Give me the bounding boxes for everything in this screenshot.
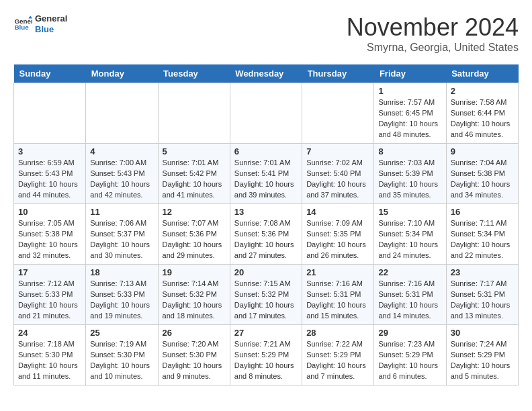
calendar-cell: 10Sunrise: 7:05 AM Sunset: 5:38 PM Dayli…: [14, 204, 86, 265]
calendar-cell: [86, 83, 158, 144]
day-info: Sunrise: 7:03 AM Sunset: 5:39 PM Dayligh…: [378, 158, 441, 201]
day-number: 18: [90, 267, 153, 277]
day-info: Sunrise: 7:12 AM Sunset: 5:33 PM Dayligh…: [18, 279, 81, 322]
calendar-week-5: 24Sunrise: 7:18 AM Sunset: 5:30 PM Dayli…: [14, 325, 519, 385]
calendar-cell: 27Sunrise: 7:21 AM Sunset: 5:29 PM Dayli…: [230, 325, 302, 385]
day-info: Sunrise: 7:02 AM Sunset: 5:40 PM Dayligh…: [306, 158, 369, 201]
day-number: 24: [18, 328, 81, 338]
day-number: 21: [306, 267, 369, 277]
weekday-header-row: SundayMondayTuesdayWednesdayThursdayFrid…: [14, 64, 519, 83]
calendar-cell: 13Sunrise: 7:08 AM Sunset: 5:36 PM Dayli…: [230, 204, 302, 265]
day-number: 14: [306, 207, 369, 217]
day-info: Sunrise: 7:19 AM Sunset: 5:30 PM Dayligh…: [90, 339, 153, 382]
svg-text:Blue: Blue: [14, 24, 29, 31]
calendar-cell: 9Sunrise: 7:04 AM Sunset: 5:38 PM Daylig…: [446, 144, 518, 204]
day-number: 17: [18, 267, 81, 277]
day-number: 3: [18, 146, 81, 156]
calendar-week-1: 1Sunrise: 7:57 AM Sunset: 6:45 PM Daylig…: [14, 83, 519, 144]
day-number: 8: [378, 146, 441, 156]
calendar-cell: [230, 83, 302, 144]
logo-text: General Blue: [35, 13, 67, 34]
day-number: 22: [378, 267, 441, 277]
day-info: Sunrise: 7:07 AM Sunset: 5:36 PM Dayligh…: [163, 218, 226, 261]
day-number: 19: [163, 267, 226, 277]
calendar-cell: 14Sunrise: 7:09 AM Sunset: 5:35 PM Dayli…: [302, 204, 374, 265]
day-number: 12: [163, 207, 226, 217]
day-number: 30: [451, 328, 514, 338]
day-info: Sunrise: 7:14 AM Sunset: 5:32 PM Dayligh…: [163, 279, 226, 322]
logo: General Blue General Blue: [13, 13, 67, 34]
day-info: Sunrise: 7:00 AM Sunset: 5:43 PM Dayligh…: [90, 158, 153, 201]
calendar-week-4: 17Sunrise: 7:12 AM Sunset: 5:33 PM Dayli…: [14, 265, 519, 325]
calendar-cell: 5Sunrise: 7:01 AM Sunset: 5:42 PM Daylig…: [158, 144, 230, 204]
calendar-cell: 7Sunrise: 7:02 AM Sunset: 5:40 PM Daylig…: [302, 144, 374, 204]
day-info: Sunrise: 7:04 AM Sunset: 5:38 PM Dayligh…: [451, 158, 514, 201]
day-number: 4: [90, 146, 153, 156]
calendar-cell: 22Sunrise: 7:16 AM Sunset: 5:31 PM Dayli…: [374, 265, 446, 325]
calendar-cell: 21Sunrise: 7:16 AM Sunset: 5:31 PM Dayli…: [302, 265, 374, 325]
day-number: 1: [378, 86, 441, 96]
day-info: Sunrise: 7:17 AM Sunset: 5:31 PM Dayligh…: [451, 279, 514, 322]
calendar-cell: 15Sunrise: 7:10 AM Sunset: 5:34 PM Dayli…: [374, 204, 446, 265]
calendar-cell: 30Sunrise: 7:24 AM Sunset: 5:29 PM Dayli…: [446, 325, 518, 385]
logo-icon: General Blue: [13, 15, 32, 34]
day-number: 25: [90, 328, 153, 338]
day-number: 28: [306, 328, 369, 338]
calendar-cell: 23Sunrise: 7:17 AM Sunset: 5:31 PM Dayli…: [446, 265, 518, 325]
calendar-cell: 6Sunrise: 7:01 AM Sunset: 5:41 PM Daylig…: [230, 144, 302, 204]
day-info: Sunrise: 7:16 AM Sunset: 5:31 PM Dayligh…: [378, 279, 441, 322]
month-title: November 2024: [347, 13, 519, 42]
calendar-cell: 17Sunrise: 7:12 AM Sunset: 5:33 PM Dayli…: [14, 265, 86, 325]
weekday-header-tuesday: Tuesday: [158, 64, 230, 83]
calendar-cell: [158, 83, 230, 144]
day-number: 26: [163, 328, 226, 338]
day-info: Sunrise: 7:11 AM Sunset: 5:34 PM Dayligh…: [451, 218, 514, 261]
day-info: Sunrise: 7:08 AM Sunset: 5:36 PM Dayligh…: [234, 218, 298, 261]
calendar-cell: 11Sunrise: 7:06 AM Sunset: 5:37 PM Dayli…: [86, 204, 158, 265]
day-number: 2: [451, 86, 514, 96]
calendar-cell: 12Sunrise: 7:07 AM Sunset: 5:36 PM Dayli…: [158, 204, 230, 265]
day-info: Sunrise: 7:15 AM Sunset: 5:32 PM Dayligh…: [234, 279, 298, 322]
day-info: Sunrise: 7:01 AM Sunset: 5:42 PM Dayligh…: [163, 158, 226, 201]
day-info: Sunrise: 7:21 AM Sunset: 5:29 PM Dayligh…: [234, 339, 298, 382]
day-number: 6: [234, 146, 298, 156]
weekday-header-sunday: Sunday: [14, 64, 86, 83]
logo-line1: General: [35, 13, 67, 24]
day-number: 29: [378, 328, 441, 338]
calendar-table: SundayMondayTuesdayWednesdayThursdayFrid…: [13, 64, 519, 385]
day-info: Sunrise: 7:16 AM Sunset: 5:31 PM Dayligh…: [306, 279, 369, 322]
day-info: Sunrise: 6:59 AM Sunset: 5:43 PM Dayligh…: [18, 158, 81, 201]
day-number: 10: [18, 207, 81, 217]
calendar-cell: 25Sunrise: 7:19 AM Sunset: 5:30 PM Dayli…: [86, 325, 158, 385]
day-info: Sunrise: 7:09 AM Sunset: 5:35 PM Dayligh…: [306, 218, 369, 261]
day-info: Sunrise: 7:57 AM Sunset: 6:45 PM Dayligh…: [378, 97, 441, 140]
calendar-cell: 3Sunrise: 6:59 AM Sunset: 5:43 PM Daylig…: [14, 144, 86, 204]
day-number: 9: [451, 146, 514, 156]
weekday-header-saturday: Saturday: [446, 64, 518, 83]
day-number: 13: [234, 207, 298, 217]
location-title: Smyrna, Georgia, United States: [347, 42, 519, 54]
calendar-cell: 29Sunrise: 7:23 AM Sunset: 5:29 PM Dayli…: [374, 325, 446, 385]
logo-line2: Blue: [35, 24, 67, 35]
day-info: Sunrise: 7:24 AM Sunset: 5:29 PM Dayligh…: [451, 339, 514, 382]
weekday-header-friday: Friday: [374, 64, 446, 83]
calendar-cell: 16Sunrise: 7:11 AM Sunset: 5:34 PM Dayli…: [446, 204, 518, 265]
day-number: 7: [306, 146, 369, 156]
day-info: Sunrise: 7:20 AM Sunset: 5:30 PM Dayligh…: [163, 339, 226, 382]
calendar-week-2: 3Sunrise: 6:59 AM Sunset: 5:43 PM Daylig…: [14, 144, 519, 204]
day-info: Sunrise: 7:01 AM Sunset: 5:41 PM Dayligh…: [234, 158, 298, 201]
day-number: 27: [234, 328, 298, 338]
title-section: November 2024 Smyrna, Georgia, United St…: [347, 13, 519, 54]
page-header: General Blue General Blue November 2024 …: [13, 13, 519, 54]
day-info: Sunrise: 7:06 AM Sunset: 5:37 PM Dayligh…: [90, 218, 153, 261]
calendar-cell: 20Sunrise: 7:15 AM Sunset: 5:32 PM Dayli…: [230, 265, 302, 325]
day-number: 20: [234, 267, 298, 277]
weekday-header-monday: Monday: [86, 64, 158, 83]
day-info: Sunrise: 7:58 AM Sunset: 6:44 PM Dayligh…: [451, 97, 514, 140]
day-info: Sunrise: 7:13 AM Sunset: 5:33 PM Dayligh…: [90, 279, 153, 322]
day-number: 23: [451, 267, 514, 277]
weekday-header-thursday: Thursday: [302, 64, 374, 83]
day-info: Sunrise: 7:23 AM Sunset: 5:29 PM Dayligh…: [378, 339, 441, 382]
calendar-cell: [14, 83, 86, 144]
calendar-cell: 1Sunrise: 7:57 AM Sunset: 6:45 PM Daylig…: [374, 83, 446, 144]
